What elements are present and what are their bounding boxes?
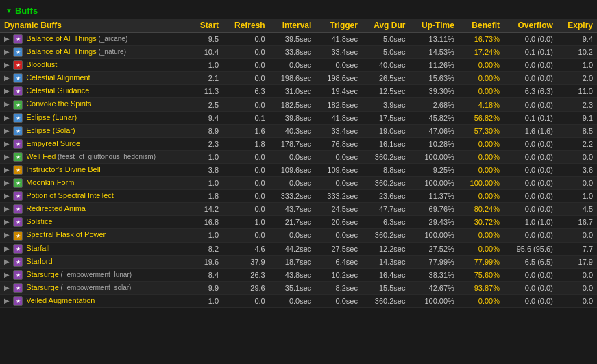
buff-name: Celestial Guidance [26, 86, 89, 95]
table-row[interactable]: ▶ ★ Redirected Anima 14.20.043.7sec24.5s… [0, 203, 597, 216]
expand-icon[interactable]: ▶ [4, 205, 10, 213]
cell-start: 19.6 [191, 255, 223, 268]
buff-icon: ★ [13, 126, 23, 136]
buff-icon: ★ [13, 244, 23, 254]
table-row[interactable]: ▶ ★ Celestial Guidance 11.36.331.0sec19.… [0, 85, 597, 98]
cell-overflow: 0.0 (0.0) [504, 294, 557, 307]
expand-icon[interactable]: ▶ [4, 127, 10, 134]
cell-interval: 178.7sec [269, 137, 316, 150]
cell-interval: 0.0sec [269, 294, 316, 307]
table-row[interactable]: ▶ ★ Eclipse (Lunar) 9.40.139.8sec41.8sec… [0, 111, 597, 124]
table-row[interactable]: ▶ ★ Moonkin Form 1.00.00.0sec0.0sec360.2… [0, 177, 597, 190]
cell-trigger: 33.4sec [315, 46, 362, 59]
cell-expiry: 2.2 [557, 137, 597, 150]
buff-name: Celestial Alignment [26, 73, 90, 82]
col-header-overflow[interactable]: Overflow [504, 19, 557, 33]
table-row[interactable]: ▶ ★ Convoke the Spirits 2.50.0182.5sec18… [0, 98, 597, 111]
buff-icon: ★ [13, 34, 23, 44]
table-row[interactable]: ▶ ★ Starsurge (_empowerment_solar) 9.929… [0, 281, 597, 294]
cell-benefit: 93.87% [459, 281, 504, 294]
table-row[interactable]: ▶ ★ Veiled Augmentation 1.00.00.0sec0.0s… [0, 294, 597, 307]
expand-icon[interactable]: ▶ [4, 231, 10, 239]
cell-name: ▶ ★ Starsurge (_empowerment_solar) [0, 281, 191, 294]
buff-icon: ★ [13, 296, 23, 306]
table-row[interactable]: ▶ ★ Starfall 8.24.644.2sec27.5sec12.2sec… [0, 242, 597, 255]
cell-refresh: 0.0 [223, 294, 269, 307]
expand-icon[interactable]: ▶ [4, 74, 10, 82]
cell-avgdur: 6.3sec [362, 216, 410, 229]
col-header-name[interactable]: Dynamic Buffs [0, 19, 191, 33]
cell-uptime: 42.67% [409, 281, 458, 294]
cell-trigger: 10.2sec [315, 268, 362, 281]
expand-icon[interactable]: ▶ [4, 284, 10, 291]
cell-uptime: 15.63% [409, 72, 458, 85]
cell-refresh: 0.0 [223, 98, 269, 111]
expand-icon[interactable]: ▶ [4, 61, 10, 69]
table-row[interactable]: ▶ ★ Potion of Spectral Intellect 1.80.03… [0, 190, 597, 203]
expand-icon[interactable]: ▶ [4, 258, 10, 265]
cell-trigger: 20.6sec [315, 216, 362, 229]
table-row[interactable]: ▶ ★ Spectral Flask of Power 1.00.00.0sec… [0, 229, 597, 242]
cell-interval: 0.0sec [269, 177, 316, 190]
cell-trigger: 41.8sec [315, 111, 362, 124]
expand-icon[interactable]: ▶ [4, 100, 10, 108]
col-header-trigger[interactable]: Trigger [315, 19, 362, 33]
table-row[interactable]: ▶ ★ Starlord 19.637.918.7sec6.4sec14.3se… [0, 255, 597, 268]
col-header-expiry[interactable]: Expiry [557, 19, 597, 33]
col-header-benefit[interactable]: Benefit [459, 19, 504, 33]
expand-icon[interactable]: ▶ [4, 179, 10, 186]
cell-overflow: 1.6 (1.6) [504, 124, 557, 137]
cell-benefit: 77.99% [459, 255, 504, 268]
expand-icon[interactable]: ▶ [4, 245, 10, 252]
cell-refresh: 0.0 [223, 190, 269, 203]
cell-refresh: 6.3 [223, 85, 269, 98]
cell-expiry: 4.5 [557, 203, 597, 216]
cell-interval: 18.7sec [269, 255, 316, 268]
cell-start: 1.0 [191, 294, 223, 307]
cell-expiry: 8.5 [557, 124, 597, 137]
expand-icon[interactable]: ▶ [4, 271, 10, 278]
expand-icon[interactable]: ▶ [4, 48, 10, 56]
cell-avgdur: 16.4sec [362, 268, 410, 281]
cell-start: 3.8 [191, 163, 223, 176]
table-row[interactable]: ▶ ★ Solstice 16.81.021.7sec20.6sec6.3sec… [0, 216, 597, 229]
cell-refresh: 0.0 [223, 72, 269, 85]
collapse-triangle[interactable]: ▼ [5, 7, 12, 14]
expand-icon[interactable]: ▶ [4, 153, 10, 160]
table-row[interactable]: ▶ ★ Well Fed (feast_of_gluttonous_hedoni… [0, 150, 597, 163]
cell-benefit: 0.00% [459, 85, 504, 98]
table-row[interactable]: ▶ ★ Instructor's Divine Bell 3.80.0109.6… [0, 163, 597, 176]
cell-start: 1.0 [191, 150, 223, 163]
table-row[interactable]: ▶ ★ Celestial Alignment 2.10.0198.6sec19… [0, 72, 597, 85]
expand-icon[interactable]: ▶ [4, 297, 10, 304]
cell-interval: 0.0sec [269, 229, 316, 242]
expand-icon[interactable]: ▶ [4, 87, 10, 95]
table-row[interactable]: ▶ ★ Eclipse (Solar) 8.91.640.3sec33.4sec… [0, 124, 597, 137]
col-header-avgdur[interactable]: Avg Dur [362, 19, 410, 33]
cell-avgdur: 17.5sec [362, 111, 410, 124]
col-header-interval[interactable]: Interval [269, 19, 316, 33]
cell-interval: 0.0sec [269, 150, 316, 163]
table-row[interactable]: ▶ ★ Starsurge (_empowerment_lunar) 8.426… [0, 268, 597, 281]
cell-trigger: 198.6sec [315, 72, 362, 85]
expand-icon[interactable]: ▶ [4, 218, 10, 226]
col-header-uptime[interactable]: Up-Time [409, 19, 458, 33]
table-row[interactable]: ▶ ★ Empyreal Surge 2.31.8178.7sec76.8sec… [0, 137, 597, 150]
buff-icon: ★ [13, 283, 23, 293]
table-row[interactable]: ▶ ★ Bloodlust 1.00.00.0sec0.0sec40.0sec1… [0, 59, 597, 72]
expand-icon[interactable]: ▶ [4, 114, 10, 121]
expand-icon[interactable]: ▶ [4, 35, 10, 43]
table-row[interactable]: ▶ ★ Balance of All Things (_arcane) 9.50… [0, 33, 597, 46]
col-header-refresh[interactable]: Refresh [223, 19, 269, 33]
expand-icon[interactable]: ▶ [4, 140, 10, 147]
cell-interval: 39.8sec [269, 111, 316, 124]
col-header-start[interactable]: Start [191, 19, 223, 33]
expand-icon[interactable]: ▶ [4, 192, 10, 199]
expand-icon[interactable]: ▶ [4, 166, 10, 173]
table-row[interactable]: ▶ ★ Balance of All Things (_nature) 10.4… [0, 46, 597, 59]
cell-refresh: 0.0 [223, 177, 269, 190]
cell-name: ▶ ★ Well Fed (feast_of_gluttonous_hedoni… [0, 150, 191, 163]
cell-overflow: 0.0 (0.0) [504, 72, 557, 85]
cell-interval: 43.8sec [269, 268, 316, 281]
cell-interval: 44.2sec [269, 242, 316, 255]
